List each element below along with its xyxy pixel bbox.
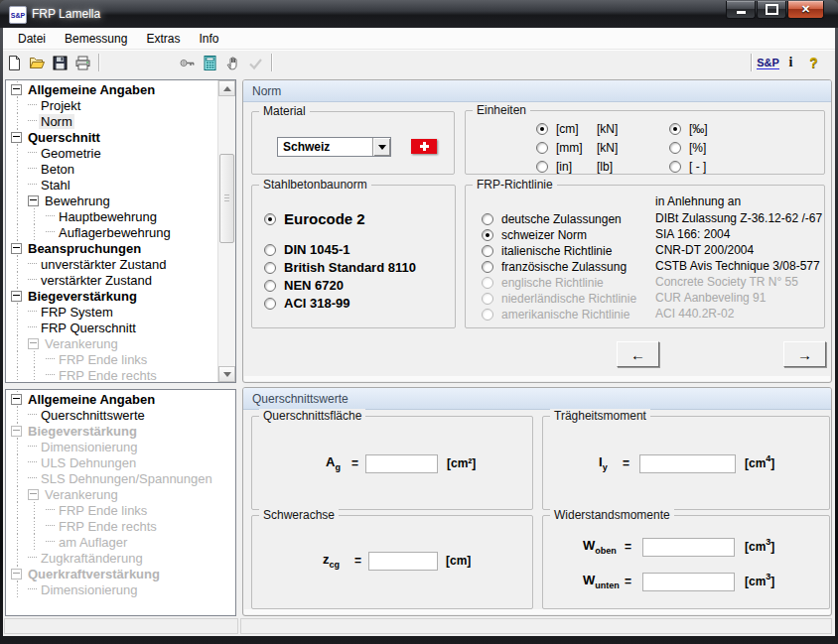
tree-item-verankerung[interactable]: Verankerung [6, 486, 235, 502]
radio-option-item[interactable]: [%] [669, 141, 706, 155]
tree-collapse-icon[interactable] [28, 195, 39, 206]
tree-item-frp-ende-links[interactable]: FRP Ende links [6, 351, 218, 367]
menu-item-datei[interactable]: Datei [11, 30, 53, 48]
tree-item-norm[interactable]: Norm [6, 113, 218, 129]
radio-option-item[interactable]: [ - ] [669, 160, 706, 174]
radio-option-item[interactable]: [‰] [669, 122, 708, 136]
tree-item-biegeverst-rkung[interactable]: Biegeverstärkung [6, 423, 235, 439]
radio-option-british-standard-8110[interactable]: British Standard 8110 [264, 260, 416, 275]
scroll-down-button[interactable] [218, 366, 235, 382]
tree-item-am-auflager[interactable]: am Auflager [6, 534, 235, 550]
radio-icon[interactable] [264, 280, 276, 292]
radio-icon[interactable] [482, 229, 493, 241]
tree-item-sls-dehnungen-spannungen[interactable]: SLS Dehnungen/Spannungen [6, 470, 235, 486]
tree-item-uls-dehnungen[interactable]: ULS Dehnungen [6, 454, 235, 470]
radio-option-amerikanische-richtlinie[interactable]: amerikanische Richtlinie [482, 308, 629, 322]
tree-collapse-icon[interactable] [11, 569, 22, 580]
area-input[interactable] [365, 454, 438, 473]
radio-icon[interactable] [264, 298, 276, 310]
radio-icon[interactable] [482, 245, 493, 257]
tree-collapse-icon[interactable] [28, 489, 39, 500]
radio-icon[interactable] [669, 161, 681, 173]
tree-item-querkraftverst-rkung[interactable]: Querkraftverstärkung [6, 566, 235, 581]
radio-icon[interactable] [536, 161, 548, 173]
sp-logo-button[interactable]: S&P [757, 52, 779, 73]
tree-item-geometrie[interactable]: Geometrie [6, 145, 218, 161]
inertia-input[interactable] [639, 454, 736, 473]
forward-button[interactable]: → [783, 341, 826, 367]
radio-option-deutsche-zulassungen[interactable]: deutsche Zulassungen [482, 212, 622, 226]
print-button[interactable] [71, 52, 94, 73]
tree-item-dimensionierung[interactable]: Dimensionierung [6, 439, 235, 454]
tree-item-stahl[interactable]: Stahl [6, 177, 218, 193]
new-file-button[interactable] [3, 52, 26, 73]
tree-item-verankerung[interactable]: Verankerung [6, 335, 218, 351]
tree-item-beanspruchungen[interactable]: Beanspruchungen [6, 240, 218, 256]
centroid-input[interactable] [368, 552, 438, 571]
tree-item-allgemeine-angaben[interactable]: Allgemeine Angaben [6, 81, 218, 97]
tree-scrollbar[interactable] [217, 80, 235, 382]
info-button[interactable]: i [779, 52, 802, 73]
radio-option-din-1045-1[interactable]: DIN 1045-1 [264, 242, 349, 257]
tree-item-allgemeine-angaben[interactable]: Allgemeine Angaben [6, 391, 235, 407]
radio-option-mm[interactable]: [mm][kN] [536, 141, 618, 155]
tree-item-beton[interactable]: Beton [6, 161, 218, 177]
radio-option-englische-richtlinie[interactable]: englische Richtlinie [482, 276, 604, 290]
apply-check-button[interactable] [244, 52, 267, 73]
radio-icon[interactable] [264, 244, 276, 256]
radio-icon[interactable] [536, 123, 548, 135]
radio-icon[interactable] [482, 309, 493, 321]
minimize-button[interactable] [726, 1, 756, 19]
tree-item-bewehrung[interactable]: Bewehrung [6, 193, 218, 208]
back-button[interactable]: ← [617, 341, 659, 367]
tree-item-biegeverst-rkung[interactable]: Biegeverstärkung [6, 288, 218, 304]
tree-item-verst-rkter-zustand[interactable]: verstärkter Zustand [6, 272, 218, 288]
tree-collapse-icon[interactable] [11, 132, 22, 143]
tree-collapse-icon[interactable] [11, 394, 22, 405]
tree-collapse-icon[interactable] [11, 243, 22, 254]
radio-icon[interactable] [669, 123, 681, 135]
radio-option-in[interactable]: [in][lb] [536, 160, 613, 174]
tree-item-frp-ende-rechts[interactable]: FRP Ende rechts [6, 518, 235, 534]
tree-item-querschnittswerte[interactable]: Querschnittswerte [6, 407, 235, 423]
radio-icon[interactable] [482, 213, 493, 225]
tree-collapse-icon[interactable] [11, 426, 22, 437]
tree-item-frp-querschnitt[interactable]: FRP Querschnitt [6, 320, 218, 335]
radio-option-schweizer-norm[interactable]: schweizer Norm [482, 228, 587, 242]
tree-collapse-icon[interactable] [28, 338, 39, 349]
tree-collapse-icon[interactable] [11, 84, 22, 95]
radio-icon[interactable] [264, 262, 276, 274]
modulus-top-input[interactable] [642, 538, 735, 557]
radio-icon[interactable] [482, 293, 493, 305]
tree-item-auflagerbewehrung[interactable]: Auflagerbewehrung [6, 224, 218, 240]
maximize-button[interactable] [757, 1, 786, 19]
radio-icon[interactable] [536, 142, 548, 154]
radio-option-niederl-ndische-richtlinie[interactable]: niederländische Richtlinie [482, 292, 636, 306]
material-combobox[interactable]: Schweiz [277, 137, 391, 157]
radio-icon[interactable] [669, 142, 681, 154]
radio-option-franz-sische-zulassung[interactable]: französische Zulassung [482, 260, 627, 274]
menu-item-extras[interactable]: Extras [139, 30, 187, 48]
radio-icon[interactable] [482, 261, 493, 273]
tree-item-projekt[interactable]: Projekt [6, 97, 218, 113]
open-file-button[interactable] [26, 52, 49, 73]
combo-dropdown-button[interactable] [372, 138, 390, 156]
save-button[interactable] [49, 52, 71, 73]
tree-collapse-icon[interactable] [11, 291, 22, 302]
tree-item-querschnitt[interactable]: Querschnitt [6, 129, 218, 145]
radio-option-aci-318-99[interactable]: ACI 318-99 [264, 296, 349, 311]
tree-item-dimensionierung[interactable]: Dimensionierung [6, 581, 235, 597]
radio-option-eurocode-2[interactable]: Eurocode 2 [264, 210, 365, 227]
license-key-button[interactable] [176, 52, 199, 73]
menu-item-bemessung[interactable]: Bemessung [58, 30, 134, 48]
close-button[interactable] [787, 1, 824, 19]
tree-item-hauptbewehrung[interactable]: Hauptbewehrung [6, 208, 218, 224]
radio-icon[interactable] [264, 213, 276, 225]
radio-option-italienische-richtlinie[interactable]: italienische Richtlinie [482, 244, 612, 258]
tree-item-zugkraft-nderung[interactable]: Zugkraftänderung [6, 550, 235, 566]
radio-option-nen-6720[interactable]: NEN 6720 [264, 278, 344, 293]
tree-item-frp-ende-links[interactable]: FRP Ende links [6, 502, 235, 518]
radio-icon[interactable] [482, 277, 493, 289]
tree-item-frp-system[interactable]: FRP System [6, 304, 218, 320]
stop-hand-button[interactable] [221, 52, 244, 73]
